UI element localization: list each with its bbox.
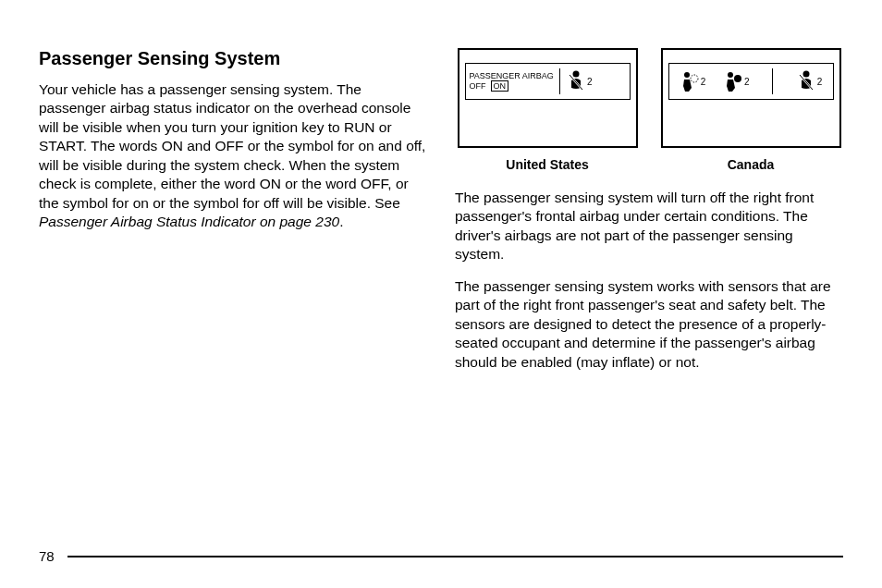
page-footer: 78 bbox=[39, 548, 843, 564]
seatbelt-person-icon: 2 bbox=[796, 69, 823, 93]
us-label-line1: PASSENGER AIRBAG bbox=[470, 71, 554, 81]
indicator-figures: PASSENGER AIRBAG OFF ON bbox=[455, 48, 843, 148]
svg-point-4 bbox=[691, 75, 698, 82]
cross-reference: Passenger Airbag Status Indicator on pag… bbox=[39, 214, 339, 229]
right-column: PASSENGER AIRBAG OFF ON bbox=[455, 48, 843, 385]
svg-point-0 bbox=[572, 71, 579, 78]
icon-subscript: 2 bbox=[701, 77, 706, 87]
caption-us: United States bbox=[458, 157, 638, 172]
para-text: Your vehicle has a passenger sensing sys… bbox=[39, 81, 425, 211]
svg-point-3 bbox=[684, 72, 690, 78]
page-number: 78 bbox=[39, 548, 55, 564]
indicator-canada: 2 2 bbox=[661, 48, 841, 148]
us-text-block: PASSENGER AIRBAG OFF ON bbox=[470, 71, 554, 92]
icon-subscript: 2 bbox=[817, 77, 823, 87]
divider-line bbox=[772, 68, 773, 94]
icon-subscript: 2 bbox=[744, 77, 750, 87]
right-paragraph-1: The passenger sensing system will turn o… bbox=[455, 189, 843, 264]
indicator-us: PASSENGER AIRBAG OFF ON bbox=[458, 48, 638, 148]
para-end: . bbox=[339, 214, 343, 229]
caption-row: United States Canada bbox=[455, 157, 843, 172]
divider-line bbox=[559, 68, 560, 94]
svg-point-6 bbox=[734, 75, 741, 82]
left-paragraph: Your vehicle has a passenger sensing sys… bbox=[39, 80, 427, 232]
svg-point-5 bbox=[728, 72, 733, 78]
airbag-off-icon: 2 bbox=[680, 69, 706, 93]
us-label-on: ON bbox=[491, 80, 509, 92]
airbag-on-icon: 2 bbox=[723, 69, 750, 93]
caption-canada: Canada bbox=[661, 157, 841, 172]
svg-point-7 bbox=[802, 71, 809, 78]
section-heading: Passenger Sensing System bbox=[39, 48, 427, 69]
us-label-off: OFF bbox=[470, 81, 486, 92]
seatbelt-person-icon: 2 bbox=[566, 69, 593, 93]
indicator-canada-panel: 2 2 bbox=[668, 63, 834, 100]
footer-rule bbox=[67, 556, 843, 557]
indicator-us-panel: PASSENGER AIRBAG OFF ON bbox=[465, 63, 631, 100]
right-paragraph-2: The passenger sensing system works with … bbox=[455, 277, 843, 372]
icon-subscript: 2 bbox=[587, 77, 593, 87]
left-column: Passenger Sensing System Your vehicle ha… bbox=[39, 48, 427, 385]
